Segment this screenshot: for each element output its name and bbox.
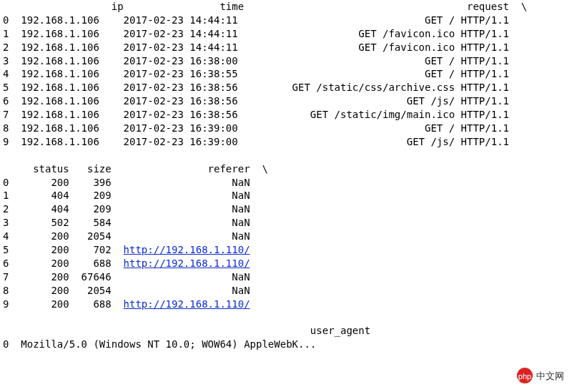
referer-link[interactable]: http://192.168.1.110/	[124, 244, 250, 255]
watermark-logo: php 中文网	[516, 366, 572, 389]
svg-text:php: php	[518, 372, 531, 381]
referer-link[interactable]: http://192.168.1.110/	[124, 258, 250, 269]
dataframe-output: ip time request \ 0 192.168.1.106 2017-0…	[0, 0, 572, 351]
svg-text:中文网: 中文网	[536, 371, 564, 381]
referer-link[interactable]: http://192.168.1.110/	[124, 298, 250, 310]
